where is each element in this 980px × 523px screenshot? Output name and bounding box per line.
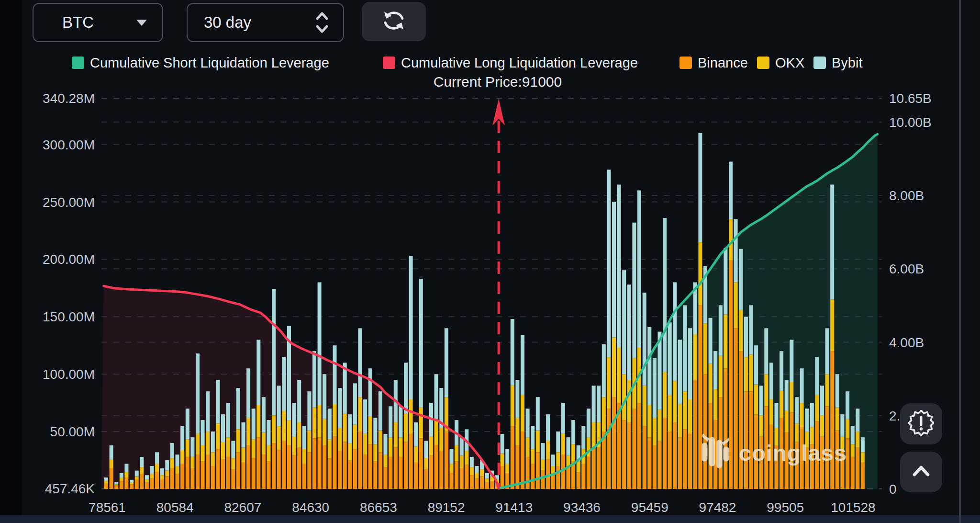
bar-segment-binance bbox=[521, 432, 524, 489]
bar-segment-okx bbox=[282, 411, 286, 441]
bar-segment-okx bbox=[114, 484, 118, 485]
bar-segment-bybit bbox=[688, 328, 692, 399]
bar-segment-bybit bbox=[145, 475, 149, 480]
legend-item-binance[interactable]: Binance bbox=[679, 54, 748, 72]
bar-segment-bybit bbox=[297, 380, 301, 422]
bar-segment-bybit bbox=[328, 409, 332, 440]
bar-segment-binance bbox=[404, 442, 408, 489]
bar-segment-okx bbox=[511, 386, 514, 426]
bar-segment-okx bbox=[186, 440, 189, 457]
bar-segment-bybit bbox=[110, 445, 113, 459]
bar-segment-bybit bbox=[856, 409, 859, 432]
bar-segment-bybit bbox=[176, 455, 179, 466]
bar-segment-bybit bbox=[647, 327, 651, 405]
bar-segment-bybit bbox=[607, 170, 611, 357]
legend-item-okx[interactable]: OKX bbox=[757, 54, 804, 72]
bar-segment-okx bbox=[622, 374, 626, 420]
bar-segment-bybit bbox=[302, 426, 306, 449]
bar-segment-binance bbox=[622, 420, 626, 489]
bar-segment-okx bbox=[744, 357, 748, 391]
scroll-top-button[interactable] bbox=[900, 452, 942, 492]
bar-segment-okx bbox=[856, 432, 859, 448]
bar-segment-bybit bbox=[526, 409, 530, 437]
bar-segment-bybit bbox=[744, 317, 748, 357]
bar-segment-bybit bbox=[282, 357, 286, 411]
coin-select[interactable]: BTC bbox=[33, 3, 163, 42]
bar-segment-okx bbox=[561, 434, 565, 455]
refresh-button[interactable] bbox=[362, 2, 426, 41]
bar-segment-bybit bbox=[363, 399, 367, 434]
bar-segment-okx bbox=[409, 399, 413, 434]
bar-segment-bybit bbox=[597, 386, 601, 422]
bar-segment-okx bbox=[835, 408, 839, 431]
bar-segment-bybit bbox=[120, 473, 123, 478]
x-axis-label: 86653 bbox=[360, 500, 397, 515]
period-select[interactable]: 30 day bbox=[187, 3, 344, 42]
bar-segment-bybit bbox=[571, 420, 575, 444]
bar-segment-binance bbox=[297, 448, 301, 489]
bar-segment-bybit bbox=[800, 368, 804, 403]
bar-segment-okx bbox=[318, 405, 322, 437]
bar-segment-okx bbox=[475, 473, 479, 478]
bar-segment-okx bbox=[379, 431, 382, 453]
legend-item-bybit[interactable]: Bybit bbox=[813, 54, 862, 72]
bar-segment-bybit bbox=[835, 374, 839, 408]
right-axis-tick: 4.00B bbox=[889, 335, 924, 350]
legend-label-binance: Binance bbox=[698, 55, 748, 71]
legend: Cumulative Short Liquidation Leverage Cu… bbox=[0, 54, 980, 72]
bar-segment-okx bbox=[861, 452, 865, 463]
bar-segment-bybit bbox=[155, 452, 159, 464]
left-axis-tick: 340.28M bbox=[43, 91, 95, 106]
bar-segment-bybit bbox=[632, 223, 636, 358]
bar-segment-okx bbox=[719, 356, 723, 397]
bar-segment-binance bbox=[110, 468, 113, 489]
bar-segment-okx bbox=[470, 467, 474, 475]
bar-segment-bybit bbox=[698, 133, 702, 242]
legend-item-long[interactable]: Cumulative Long Liquidation Leverage bbox=[383, 54, 638, 72]
bar-segment-binance bbox=[592, 448, 596, 489]
bar-segment-binance bbox=[643, 426, 646, 489]
bar-segment-okx bbox=[190, 457, 194, 468]
caret-down-icon bbox=[134, 18, 149, 27]
bar-segment-bybit bbox=[338, 388, 342, 428]
bar-segment-bybit bbox=[135, 471, 139, 477]
bar-segment-bybit bbox=[754, 345, 758, 385]
bar-segment-binance bbox=[429, 456, 433, 489]
bar-segment-bybit bbox=[353, 383, 357, 424]
bar-segment-binance bbox=[577, 472, 580, 489]
bar-segment-binance bbox=[470, 475, 474, 489]
bar-segment-okx bbox=[800, 403, 804, 427]
bar-segment-binance bbox=[587, 457, 590, 489]
bar-segment-bybit bbox=[825, 328, 829, 374]
bar-segment-bybit bbox=[541, 443, 545, 459]
bar-segment-binance bbox=[434, 445, 438, 489]
bar-segment-binance bbox=[389, 457, 392, 489]
bar-segment-binance bbox=[384, 467, 388, 489]
bar-segment-bybit bbox=[622, 270, 626, 374]
bar-segment-binance bbox=[424, 469, 428, 489]
legend-label-short: Cumulative Short Liquidation Leverage bbox=[90, 55, 329, 71]
bar-segment-bybit bbox=[830, 185, 834, 300]
x-axis-label: 82607 bbox=[224, 500, 261, 515]
alert-button[interactable] bbox=[900, 403, 942, 444]
bar-segment-binance bbox=[216, 449, 220, 489]
bar-segment-okx bbox=[353, 425, 357, 449]
bar-segment-okx bbox=[368, 417, 372, 444]
bar-segment-okx bbox=[439, 428, 443, 451]
bar-segment-bybit bbox=[556, 432, 560, 452]
bar-segment-binance bbox=[465, 465, 468, 489]
legend-item-short[interactable]: Cumulative Short Liquidation Leverage bbox=[72, 54, 329, 72]
bar-segment-okx bbox=[256, 405, 260, 437]
bar-segment-binance bbox=[637, 403, 641, 489]
bar-segment-binance bbox=[312, 439, 316, 489]
bar-segment-binance bbox=[221, 459, 225, 489]
bar-segment-bybit bbox=[150, 466, 154, 474]
bar-segment-okx bbox=[455, 445, 458, 462]
bar-segment-bybit bbox=[475, 466, 479, 473]
right-axis-tick: 0 bbox=[889, 482, 897, 497]
bar-segment-bybit bbox=[536, 397, 540, 431]
bar-segment-bybit bbox=[643, 293, 646, 386]
bar-segment-bybit bbox=[186, 409, 189, 440]
bar-segment-binance bbox=[155, 472, 159, 489]
bar-segment-okx bbox=[673, 381, 677, 422]
